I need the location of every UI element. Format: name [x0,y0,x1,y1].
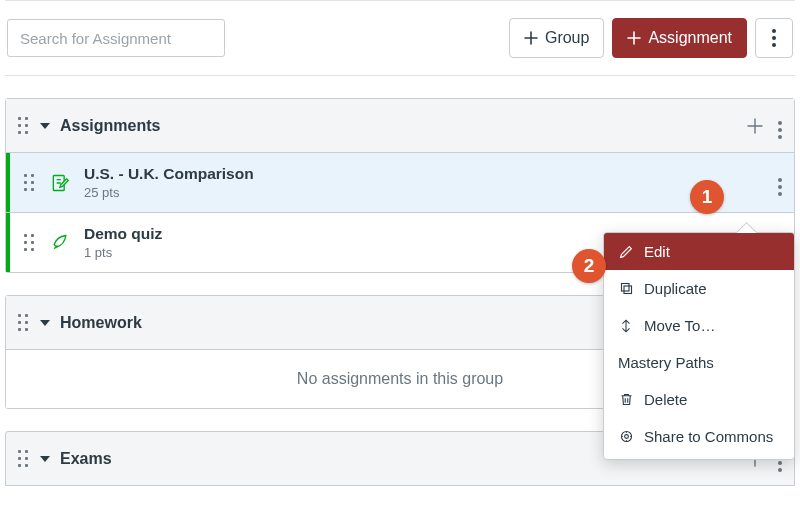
assignment-points: 1 pts [84,245,162,260]
assignment-row[interactable]: U.S. - U.K. Comparison 25 pts [6,153,794,213]
svg-point-4 [621,432,631,442]
assignment-title: Demo quiz [84,225,162,243]
plus-icon [627,31,641,45]
add-assignment-button[interactable]: Assignment [612,18,747,58]
assignment-icon [50,173,70,193]
menu-delete[interactable]: Delete [604,381,794,418]
drag-handle-icon[interactable] [18,450,30,468]
kebab-icon [778,121,782,139]
group-title: Exams [60,450,112,468]
drag-handle-icon[interactable] [18,117,30,135]
assignment-context-menu: Edit Duplicate Move To… Mastery Paths De… [603,232,795,460]
add-group-button[interactable]: Group [509,18,604,58]
svg-point-3 [624,435,628,439]
plus-icon [524,31,538,45]
toolbar: Group Assignment [5,0,795,76]
chevron-down-icon [40,456,50,462]
move-icon [618,318,634,334]
kebab-icon [772,29,776,47]
group-more-button[interactable] [778,112,782,139]
menu-duplicate-label: Duplicate [644,280,707,297]
menu-share-commons[interactable]: Share to Commons [604,418,794,455]
menu-edit[interactable]: Edit [604,233,794,270]
menu-move-label: Move To… [644,317,715,334]
menu-delete-label: Delete [644,391,687,408]
pencil-icon [618,244,634,260]
menu-duplicate[interactable]: Duplicate [604,270,794,307]
kebab-icon [778,178,782,196]
chevron-down-icon [40,123,50,129]
menu-mastery-label: Mastery Paths [618,354,714,371]
chevron-down-icon [40,320,50,326]
drag-handle-icon[interactable] [18,314,30,332]
drag-handle-icon[interactable] [24,234,36,252]
group-add-item-button[interactable] [746,117,764,135]
svg-rect-1 [621,284,629,292]
menu-move-to[interactable]: Move To… [604,307,794,344]
assignment-title: U.S. - U.K. Comparison [84,165,254,183]
menu-edit-label: Edit [644,243,670,260]
menu-mastery-paths[interactable]: Mastery Paths [604,344,794,381]
toolbar-more-button[interactable] [755,18,793,58]
add-assignment-label: Assignment [648,29,732,47]
search-input[interactable] [7,19,225,57]
menu-share-label: Share to Commons [644,428,773,445]
duplicate-icon [618,281,634,296]
callout-1: 1 [690,180,724,214]
group-title: Homework [60,314,142,332]
callout-2: 2 [572,249,606,283]
assignment-more-button[interactable] [778,169,782,196]
quiz-icon [50,233,70,253]
add-group-label: Group [545,29,589,47]
trash-icon [618,392,634,407]
drag-handle-icon[interactable] [24,174,36,192]
group-title: Assignments [60,117,160,135]
assignment-points: 25 pts [84,185,254,200]
svg-rect-2 [624,286,632,294]
commons-icon [618,429,634,444]
group-header-assignments[interactable]: Assignments [6,99,794,153]
